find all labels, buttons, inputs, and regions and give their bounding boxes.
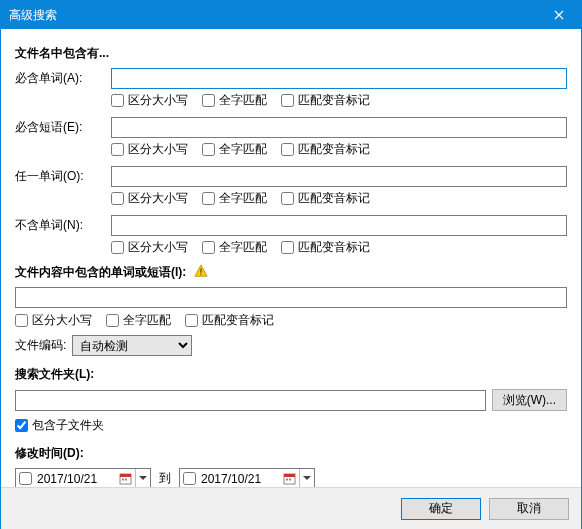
- date-from-value: 2017/10/21: [35, 472, 117, 486]
- exclude-words-options: 区分大小写 全字匹配 匹配变音标记: [111, 239, 567, 256]
- content-heading: 文件内容中包含的单词或短语(I):: [15, 264, 567, 281]
- titlebar: 高级搜索: [1, 1, 581, 29]
- filename-heading: 文件名中包含有...: [15, 45, 567, 62]
- svg-rect-1: [200, 274, 201, 275]
- svg-rect-9: [289, 479, 291, 481]
- any-words-whole-checkbox[interactable]: 全字匹配: [202, 190, 267, 207]
- required-words-input[interactable]: [111, 68, 567, 89]
- req-phrases-diacritics-checkbox[interactable]: 匹配变音标记: [281, 141, 370, 158]
- content-case-checkbox[interactable]: 区分大小写: [15, 312, 92, 329]
- svg-rect-4: [122, 479, 124, 481]
- window-title: 高级搜索: [9, 7, 537, 24]
- content-options: 区分大小写 全字匹配 匹配变音标记: [15, 312, 567, 329]
- date-to-label: 到: [159, 470, 171, 487]
- browse-button[interactable]: 浏览(W)...: [492, 389, 567, 411]
- required-phrases-options: 区分大小写 全字匹配 匹配变音标记: [111, 141, 567, 158]
- req-phrases-case-checkbox[interactable]: 区分大小写: [111, 141, 188, 158]
- close-button[interactable]: [537, 1, 581, 29]
- svg-rect-0: [200, 268, 201, 272]
- excl-words-diacritics-checkbox[interactable]: 匹配变音标记: [281, 239, 370, 256]
- any-words-label: 任一单词(O):: [15, 168, 111, 185]
- cancel-button[interactable]: 取消: [489, 498, 569, 520]
- req-words-whole-checkbox[interactable]: 全字匹配: [202, 92, 267, 109]
- req-words-case-checkbox[interactable]: 区分大小写: [111, 92, 188, 109]
- content-diacritics-checkbox[interactable]: 匹配变音标记: [185, 312, 274, 329]
- date-to-value: 2017/10/21: [199, 472, 281, 486]
- content-words-input[interactable]: [15, 287, 567, 308]
- any-words-options: 区分大小写 全字匹配 匹配变音标记: [111, 190, 567, 207]
- chevron-down-icon: [135, 469, 150, 488]
- svg-rect-7: [284, 474, 295, 477]
- exclude-words-input[interactable]: [111, 215, 567, 236]
- close-icon: [554, 10, 564, 20]
- svg-rect-5: [125, 479, 127, 481]
- req-phrases-whole-checkbox[interactable]: 全字匹配: [202, 141, 267, 158]
- excl-words-whole-checkbox[interactable]: 全字匹配: [202, 239, 267, 256]
- date-heading: 修改时间(D):: [15, 445, 567, 462]
- any-words-case-checkbox[interactable]: 区分大小写: [111, 190, 188, 207]
- chevron-down-icon: [299, 469, 314, 488]
- search-folder-input[interactable]: [15, 390, 486, 411]
- include-subfolders-checkbox[interactable]: 包含子文件夹: [15, 417, 104, 434]
- date-from-enable-checkbox[interactable]: [19, 472, 32, 485]
- any-words-diacritics-checkbox[interactable]: 匹配变音标记: [281, 190, 370, 207]
- excl-words-case-checkbox[interactable]: 区分大小写: [111, 239, 188, 256]
- calendar-icon: [117, 471, 133, 487]
- warning-icon: [194, 264, 208, 278]
- required-phrases-input[interactable]: [111, 117, 567, 138]
- content-whole-checkbox[interactable]: 全字匹配: [106, 312, 171, 329]
- date-from-picker[interactable]: 2017/10/21: [15, 468, 151, 489]
- req-words-diacritics-checkbox[interactable]: 匹配变音标记: [281, 92, 370, 109]
- date-to-enable-checkbox[interactable]: [183, 472, 196, 485]
- any-words-input[interactable]: [111, 166, 567, 187]
- svg-rect-8: [286, 479, 288, 481]
- calendar-icon: [281, 471, 297, 487]
- encoding-select[interactable]: 自动检测: [72, 335, 192, 356]
- required-words-label: 必含单词(A):: [15, 70, 111, 87]
- required-phrases-label: 必含短语(E):: [15, 119, 111, 136]
- svg-rect-3: [120, 474, 131, 477]
- required-words-options: 区分大小写 全字匹配 匹配变音标记: [111, 92, 567, 109]
- content-area: 文件名中包含有... 必含单词(A): 区分大小写 全字匹配 匹配变音标记 必含…: [1, 29, 581, 489]
- ok-button[interactable]: 确定: [401, 498, 481, 520]
- folder-heading: 搜索文件夹(L):: [15, 366, 567, 383]
- button-bar: 确定 取消: [1, 487, 581, 529]
- exclude-words-label: 不含单词(N):: [15, 217, 111, 234]
- encoding-label: 文件编码:: [15, 337, 72, 354]
- date-to-picker[interactable]: 2017/10/21: [179, 468, 315, 489]
